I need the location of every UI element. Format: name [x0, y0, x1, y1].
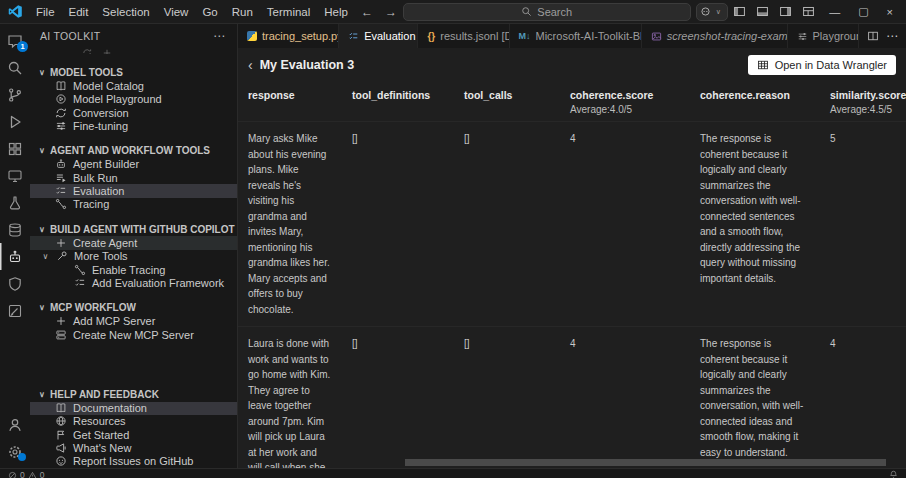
table-row[interactable]: Mary asks Mike about his evening plans. …: [238, 121, 906, 326]
bell-icon[interactable]: [889, 470, 898, 478]
col-similarity-score[interactable]: similarity.score Average:4.5/5: [820, 81, 906, 121]
item-label: Evaluation: [73, 185, 124, 197]
sidebar-item-model-playground[interactable]: Model Playground: [30, 93, 237, 106]
activitybar-ai-toolkit[interactable]: [0, 243, 30, 270]
activitybar-search[interactable]: [0, 54, 30, 81]
activitybar-copilot-chat[interactable]: 1: [0, 27, 30, 54]
tab-results-jsonl[interactable]: {} results.jsonl [DW]: [418, 24, 509, 48]
back-chevron-icon[interactable]: ‹: [248, 58, 253, 72]
sidebar-item-evaluation[interactable]: Evaluation: [30, 184, 237, 197]
sidebar-item-documentation[interactable]: Documentation: [30, 402, 237, 415]
menu-file[interactable]: File: [29, 4, 62, 20]
sidebar-item-enable-tracing[interactable]: Enable Tracing: [30, 263, 237, 276]
tab-tracing-setup-py[interactable]: tracing_setup.py 9+: [238, 24, 339, 48]
sidebar-item-whats-new[interactable]: What's New: [30, 441, 237, 454]
menu-run[interactable]: Run: [225, 4, 260, 20]
sidebar-item-more-tools[interactable]: ∨ More Tools: [30, 250, 237, 263]
menu-help[interactable]: Help: [317, 4, 355, 20]
col-coherence-score[interactable]: coherence.score Average:4.0/5: [560, 81, 690, 121]
item-label: Create Agent: [73, 237, 137, 249]
sidebar-item-report-issues[interactable]: Report Issues on GitHub: [30, 455, 237, 468]
cell-coherence-reason: The response is coherent because it logi…: [690, 327, 820, 468]
table-row[interactable]: Laura is done with work and wants to go …: [238, 326, 906, 468]
col-tool-definitions[interactable]: tool_definitions: [342, 81, 454, 121]
open-in-data-wrangler-button[interactable]: Open in Data Wrangler: [748, 55, 896, 75]
nav-forward-icon[interactable]: →: [379, 5, 403, 19]
menu-selection[interactable]: Selection: [95, 4, 156, 20]
window-close-button[interactable]: ×: [878, 4, 902, 20]
toggle-panel-right-button[interactable]: [774, 2, 797, 21]
tab-bar: tracing_setup.py 9+ Evaluation × {} resu…: [238, 24, 906, 48]
menu-view[interactable]: View: [157, 4, 196, 20]
evaluation-icon: [55, 185, 67, 197]
more-actions-icon[interactable]: ⋯: [211, 29, 227, 43]
error-icon: [8, 471, 17, 478]
activitybar-settings[interactable]: [0, 438, 30, 465]
scrollbar-thumb[interactable]: [405, 459, 886, 466]
activitybar-accounts[interactable]: [0, 411, 30, 438]
item-label: Documentation: [73, 402, 147, 414]
activitybar-testing[interactable]: [0, 189, 30, 216]
activitybar-database[interactable]: [0, 216, 30, 243]
globe-icon: [55, 415, 67, 427]
activitybar-source-control[interactable]: [0, 81, 30, 108]
warning-count: 0: [40, 470, 45, 478]
tab-label: results.jsonl [DW]: [440, 30, 509, 42]
sidebar-item-model-catalog[interactable]: Model Catalog: [30, 79, 237, 92]
col-coherence-reason[interactable]: coherence.reason: [690, 81, 820, 121]
split-editor-icon[interactable]: [867, 30, 879, 42]
sidebar-item-agent-builder[interactable]: Agent Builder: [30, 158, 237, 171]
sidebar-item-add-evaluation-framework[interactable]: Add Evaluation Framework: [30, 276, 237, 289]
col-response[interactable]: response: [238, 81, 342, 121]
more-actions-icon[interactable]: ⋯: [886, 29, 898, 43]
cell-similarity-score: 5: [820, 122, 906, 326]
cell-similarity-score: 4: [820, 327, 906, 468]
sidebar-item-add-mcp-server[interactable]: Add MCP Server: [30, 315, 237, 328]
toggle-panel-bottom-button[interactable]: [751, 2, 774, 21]
sidebar-item-tracing[interactable]: Tracing: [30, 198, 237, 211]
tab-playground[interactable]: Playground: [788, 24, 859, 48]
item-label: Get Started: [73, 429, 129, 441]
sidebar-item-bulk-run[interactable]: Bulk Run: [30, 171, 237, 184]
horizontal-scrollbar[interactable]: [405, 459, 886, 466]
sidebar-item-resources[interactable]: Resources: [30, 415, 237, 428]
activitybar-remote-explorer[interactable]: [0, 162, 30, 189]
toggle-panel-left-button[interactable]: [728, 2, 751, 21]
tab-evaluation[interactable]: Evaluation ×: [339, 24, 418, 48]
sidebar-item-create-new-mcp-server[interactable]: Create New MCP Server: [30, 328, 237, 341]
nav-back-icon[interactable]: ←: [355, 5, 379, 19]
section-mcp-workflow[interactable]: ∨ MCP WORKFLOW: [30, 301, 237, 315]
tools-icon: [56, 250, 68, 262]
col-sub: Average:4.5/5: [830, 104, 906, 115]
search-command-center[interactable]: Search: [403, 3, 691, 21]
activitybar-security[interactable]: [0, 270, 30, 297]
problems-indicator[interactable]: 0 0: [8, 470, 44, 478]
section-agent-workflow-tools[interactable]: ∨ AGENT AND WORKFLOW TOOLS: [30, 144, 237, 158]
menu-edit[interactable]: Edit: [62, 4, 96, 20]
col-tool-calls[interactable]: tool_calls: [454, 81, 560, 121]
window-minimize-button[interactable]: —: [820, 4, 849, 20]
sidebar-item-create-agent[interactable]: Create Agent: [30, 236, 237, 249]
tab-blog-md[interactable]: M↓ Microsoft-AI-Toolkit-Blog.md: [510, 24, 642, 48]
settings-badge: [18, 453, 26, 461]
menu-go[interactable]: Go: [195, 4, 224, 20]
source-control-icon: [7, 87, 23, 103]
bulk-run-icon: [55, 172, 67, 184]
activitybar-run-debug[interactable]: [0, 108, 30, 135]
table-header-row: response tool_definitions tool_calls coh…: [238, 81, 906, 121]
copilot-menu-button[interactable]: ∨: [696, 3, 729, 21]
section-model-tools[interactable]: ∨ MODEL TOOLS: [30, 65, 237, 79]
window-restore-button[interactable]: ▢: [849, 3, 877, 20]
sidebar-item-get-started[interactable]: Get Started: [30, 428, 237, 441]
section-build-agent-copilot[interactable]: ∨ BUILD AGENT WITH GITHUB COPILOT: [30, 222, 237, 236]
customize-layout-button[interactable]: [797, 2, 820, 21]
menu-terminal[interactable]: Terminal: [260, 4, 317, 20]
sidebar-item-fine-tuning[interactable]: Fine-tuning: [30, 119, 237, 132]
activitybar-extensions[interactable]: [0, 135, 30, 162]
tabbar-actions: ⋯: [859, 24, 906, 48]
item-label: Add MCP Server: [73, 315, 155, 327]
tab-screenshot-png[interactable]: screenshot-tracing-example.png: [642, 24, 788, 48]
section-help-feedback[interactable]: ∨ HELP AND FEEDBACK: [30, 387, 237, 401]
activitybar-notebook[interactable]: [0, 297, 30, 324]
sidebar-item-conversion[interactable]: Conversion: [30, 106, 237, 119]
